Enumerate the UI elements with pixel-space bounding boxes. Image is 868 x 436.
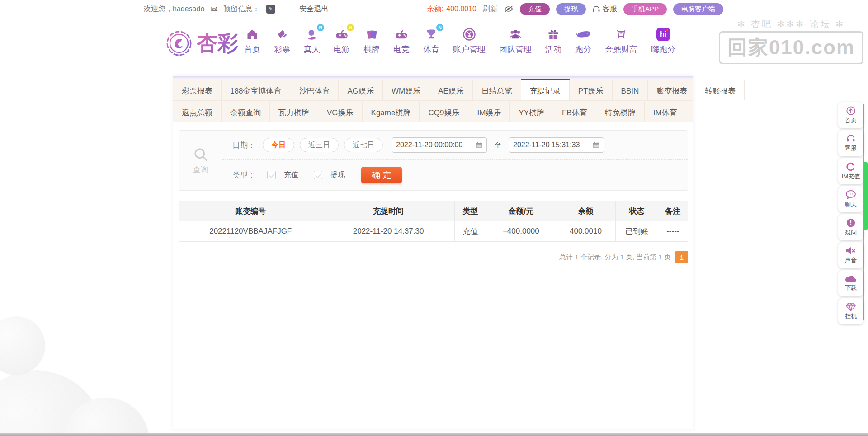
mobile-app-button[interactable]: 手机APP: [623, 3, 667, 15]
nav-item-esports[interactable]: 电竞: [393, 27, 410, 55]
balance-label: 余额:: [427, 5, 443, 14]
refresh-link[interactable]: 刷新: [483, 5, 497, 14]
confirm-button[interactable]: 确 定: [361, 167, 402, 183]
tab-wali-qipai[interactable]: 瓦力棋牌: [270, 101, 318, 122]
cell-remark: -----: [658, 221, 688, 242]
withdraw-checkbox[interactable]: [314, 171, 322, 179]
nav-item-live[interactable]: N 真人: [304, 27, 320, 55]
nav-item-lottery[interactable]: 彩票: [274, 27, 290, 55]
background-sphere: [0, 316, 45, 375]
ticket-icon: [276, 28, 288, 41]
eye-slash-icon[interactable]: [504, 5, 514, 13]
trophy-icon: [425, 28, 438, 41]
nav-item-cards[interactable]: 棋牌: [363, 27, 380, 55]
sidebar-item-sound[interactable]: 声音: [838, 242, 863, 268]
tab-caipiao-baobiao[interactable]: 彩票报表: [173, 79, 222, 100]
pagination: 总计 1 个记录, 分为 1 页, 当前第 1 页 1: [179, 251, 688, 263]
tab-vg[interactable]: VG娱乐: [318, 101, 363, 122]
calendar-icon[interactable]: [476, 141, 483, 149]
customer-service-link[interactable]: 客服: [592, 5, 617, 14]
sidebar-item-service[interactable]: IM充值 客服: [838, 130, 863, 156]
sidebar-item-question[interactable]: 疑问: [838, 214, 863, 240]
calendar-icon[interactable]: [593, 141, 600, 149]
nav-item-team[interactable]: 团队管理: [499, 27, 532, 55]
nav-item-jinding[interactable]: 金鼎财富: [605, 27, 637, 55]
cell-time: 2022-11-20 14:37:30: [322, 221, 454, 242]
tab-cq9[interactable]: CQ9娱乐: [420, 101, 468, 122]
sidebar-item-download[interactable]: 下载: [838, 270, 863, 296]
recharge-checkbox[interactable]: [267, 171, 276, 179]
tab-fandian-zonge[interactable]: 返点总额: [173, 101, 222, 122]
tab-zhuanzhang-baobiao[interactable]: 转账报表: [696, 79, 745, 100]
tab-bbin[interactable]: BBIN: [613, 79, 648, 100]
tab-zhangbian-baobiao[interactable]: 账变报表: [648, 79, 696, 100]
nav-item-paofen[interactable]: 跑分: [575, 27, 591, 55]
floating-sidebar: 首页 IM充值 客服 IM充值 聊天 疑问 声音 下载 挂机: [838, 102, 863, 324]
date-from-box: [392, 137, 487, 153]
tab-188jinbaobo[interactable]: 188金宝博体育: [222, 79, 290, 100]
site-header: 杏彩 首页 彩票 N 真人 H 电游 棋牌: [0, 19, 868, 72]
tab-im-tiyu[interactable]: IM体育: [645, 101, 686, 122]
sidebar-item-im-recharge[interactable]: IM充值: [838, 158, 863, 184]
date-filter-row: 日期： 今日 近三日 近七日 至: [222, 131, 688, 160]
nav-item-home[interactable]: 首页: [244, 27, 260, 55]
pc-client-button[interactable]: 电脑客户端: [673, 3, 723, 15]
nav-item-activity[interactable]: 活动: [545, 27, 561, 55]
preset-7days-button[interactable]: 近七日: [344, 138, 383, 152]
welcome-text: 欢迎您，hadesado: [144, 5, 204, 14]
reserved-info-label: 预留信息：: [224, 5, 260, 14]
cell-status: 已到账: [616, 221, 658, 242]
preset-today-button[interactable]: 今日: [263, 138, 294, 152]
nav-item-hipaofen[interactable]: hi 嗨跑分: [651, 27, 675, 55]
date-from-input[interactable]: [396, 141, 472, 149]
col-header-amount: 金额/元: [486, 201, 556, 221]
panel-top-gradient: [173, 76, 693, 79]
logout-link[interactable]: 安全退出: [300, 5, 329, 14]
tab-temian-qipai[interactable]: 特免棋牌: [596, 101, 645, 122]
nav-item-slots[interactable]: H 电游: [334, 27, 350, 55]
tab-yy-qipai[interactable]: YY棋牌: [510, 101, 553, 122]
main-panel: 彩票报表 188金宝博体育 沙巴体育 AG娱乐 WM娱乐 AE娱乐 日结总览 充…: [173, 76, 693, 429]
search-icon: [193, 146, 209, 163]
tab-wm[interactable]: WM娱乐: [383, 79, 429, 100]
nav-item-sports[interactable]: N 体育: [423, 27, 439, 55]
tab-kgame[interactable]: Kgame棋牌: [363, 101, 420, 122]
home-icon: [246, 28, 259, 41]
question-icon: [846, 218, 856, 228]
tab-ae[interactable]: AE娱乐: [429, 79, 473, 100]
tab-rijie-zonglan[interactable]: 日结总览: [473, 79, 521, 100]
scrollbar-thumb[interactable]: [863, 162, 868, 230]
new-badge: N: [317, 24, 324, 31]
tabs-row-1: 彩票报表 188金宝博体育 沙巴体育 AG娱乐 WM娱乐 AE娱乐 日结总览 充…: [173, 79, 693, 101]
headset-icon: [592, 5, 600, 13]
recharge-button[interactable]: 充值: [520, 3, 550, 15]
edit-pencil-icon[interactable]: ✎: [266, 5, 275, 14]
site-logo[interactable]: 杏彩: [165, 29, 238, 57]
tab-chongti-jilu[interactable]: 充提记录: [521, 79, 570, 100]
tab-pt[interactable]: PT娱乐: [570, 79, 613, 100]
col-header-status: 状态: [616, 201, 658, 221]
filter-card: 查询 日期： 今日 近三日 近七日 至: [179, 130, 688, 191]
pagination-page-1-button[interactable]: 1: [675, 251, 688, 263]
nav-item-account[interactable]: 账户管理: [453, 27, 486, 55]
tab-shaba-tiyu[interactable]: 沙巴体育: [290, 79, 339, 100]
sidebar-item-hang[interactable]: 挂机: [838, 298, 863, 324]
tab-fb-tiyu[interactable]: FB体育: [553, 101, 596, 122]
date-to-box: [509, 137, 604, 153]
date-to-input[interactable]: [513, 141, 589, 149]
withdraw-button[interactable]: 提现: [556, 3, 586, 15]
tab-im-yule[interactable]: IM娱乐: [468, 101, 510, 122]
preset-3days-button[interactable]: 近三日: [300, 138, 339, 152]
tab-yue-chaxun[interactable]: 余额查询: [222, 101, 270, 122]
logo-flower-icon: [165, 29, 193, 57]
sidebar-item-home[interactable]: 首页: [838, 102, 863, 128]
new-badge: N: [436, 24, 443, 31]
message-envelope-icon[interactable]: ✉: [211, 5, 217, 14]
sidebar-item-chat[interactable]: 聊天: [838, 186, 863, 212]
to-label: 至: [494, 140, 502, 150]
hang-machine-icon: [845, 302, 856, 311]
bottom-edge-strip: [0, 433, 868, 436]
service-label: 客服: [603, 5, 617, 14]
tab-ag[interactable]: AG娱乐: [339, 79, 383, 100]
type-filter-row: 类型： 充值 提现 确 定: [222, 160, 688, 190]
